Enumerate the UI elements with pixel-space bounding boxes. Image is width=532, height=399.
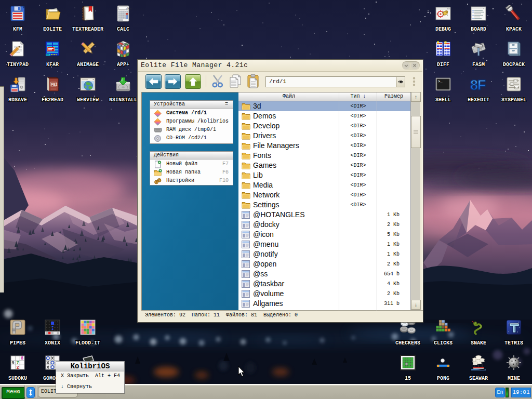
svg-text:>_: >_: [438, 79, 443, 84]
svg-text:8: 8: [21, 356, 23, 361]
svg-text:2: 2: [16, 365, 19, 370]
svg-text:FB2: FB2: [51, 83, 58, 86]
svg-text:1.618: 1.618: [126, 8, 131, 10]
svg-text:9: 9: [12, 361, 15, 366]
svg-text:COL: COL: [46, 54, 49, 56]
svg-text:8F: 8F: [470, 77, 486, 92]
